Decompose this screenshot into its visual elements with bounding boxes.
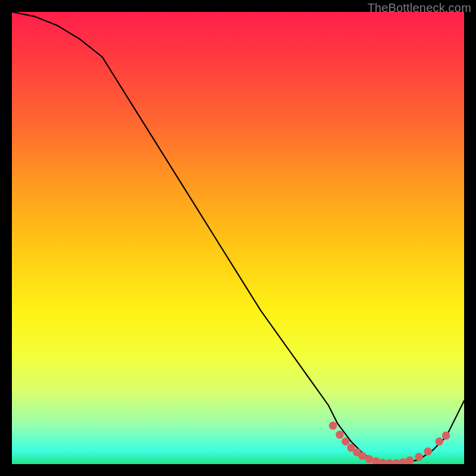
main-curve — [12, 12, 464, 464]
watermark-text: TheBottleneck.com — [367, 1, 471, 15]
chart-svg — [12, 12, 464, 464]
marker-dot — [442, 431, 450, 440]
chart-stage: TheBottleneck.com — [0, 0, 476, 476]
marker-dot — [415, 453, 423, 461]
marker-dot — [435, 437, 443, 446]
marker-dots — [329, 422, 450, 464]
marker-dot — [406, 456, 414, 464]
marker-dot — [424, 447, 432, 456]
plot-area — [12, 12, 464, 464]
marker-dot — [342, 437, 350, 446]
marker-dot — [336, 431, 344, 439]
marker-dot — [329, 422, 337, 430]
